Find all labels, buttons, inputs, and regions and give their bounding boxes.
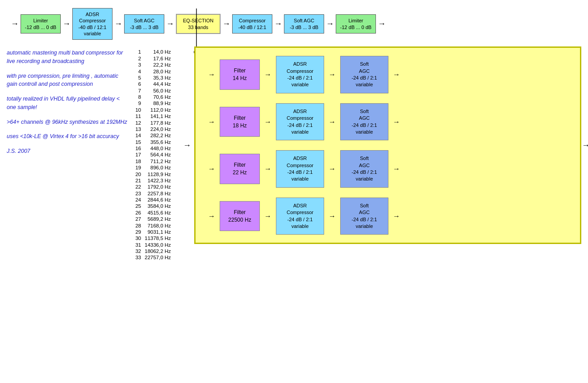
freq-val: 1792,0 Hz (143, 184, 173, 190)
freq-num: 18 (132, 158, 143, 164)
freq-num: 9 (132, 100, 143, 106)
desc-vhdl: totally realized in VHDL fully pipelined… (7, 95, 127, 112)
freq-row: 870,6 Hz (132, 94, 173, 100)
freq-row: 221792,0 Hz (132, 184, 173, 190)
limiter1-box: Limiter-12 dB ... 0 dB (21, 14, 61, 34)
freq-num: 20 (132, 171, 143, 177)
input-arrow: → (183, 141, 191, 150)
freq-row: 211422,3 Hz (132, 177, 173, 184)
soft-agc-box-1: SoftAGC-24 dB / 2:1variable (340, 103, 388, 141)
freq-row: 3011378,5 Hz (132, 235, 173, 241)
desc-author: J.S. 2007 (7, 147, 127, 156)
freq-row: 322,2 Hz (132, 62, 173, 68)
freq-val: 355,6 Hz (143, 139, 173, 145)
freq-num: 29 (132, 229, 143, 235)
freq-val: 1422,3 Hz (143, 177, 173, 184)
adsr-box-3: ADSRCompressor-24 dB / 2:1variable (276, 198, 324, 235)
freq-row: 242844,6 Hz (132, 197, 173, 203)
freq-row: 14282,2 Hz (132, 132, 173, 139)
freq-row: 114,0 Hz (132, 49, 173, 55)
freq-row: 253584,0 Hz (132, 203, 173, 209)
freq-val: 2844,6 Hz (143, 197, 173, 203)
freq-val: 70,6 Hz (143, 94, 173, 100)
freq-row: 275689,2 Hz (132, 216, 173, 222)
freq-num: 10 (132, 107, 143, 113)
freq-val: 224,0 Hz (143, 126, 173, 132)
freq-val: 896,0 Hz (143, 164, 173, 171)
freq-val: 5689,2 Hz (143, 216, 173, 222)
eq-section-box-top: EQ-SECTION33 bands (176, 14, 221, 34)
freq-val: 448,0 Hz (143, 145, 173, 152)
freq-num: 26 (132, 210, 143, 216)
band-row-1: → Filter14 Hz → ADSRCompressor-24 dB / 2… (208, 56, 572, 93)
arrow-start: → (9, 19, 21, 29)
adsr-arrow-0: → (329, 71, 336, 79)
freq-num: 15 (132, 139, 143, 145)
agc-arrow-3: → (393, 212, 400, 220)
freq-num: 27 (132, 216, 143, 222)
freq-table: 114,0 Hz217,6 Hz322,2 Hz428,0 Hz535,3 Hz… (132, 49, 173, 261)
filter-box-2: Filter22 Hz (220, 154, 260, 184)
freq-row: 15355,6 Hz (132, 139, 173, 145)
freq-num: 21 (132, 177, 143, 184)
freq-val: 9031,1 Hz (143, 229, 173, 235)
freq-num: 12 (132, 119, 143, 126)
adsr-arrow-3: → (329, 212, 336, 220)
arrow2: → (113, 19, 124, 29)
freq-val: 22,2 Hz (143, 62, 173, 68)
freq-num: 11 (132, 113, 143, 119)
agc-arrow-0: → (393, 71, 400, 79)
arrow5: → (272, 19, 284, 29)
freq-val: 28,0 Hz (143, 68, 173, 74)
limiter2-box: Limiter-12 dB ... 0 dB (336, 14, 376, 34)
freq-row: 264515,6 Hz (132, 210, 173, 216)
soft-agc1-box: Soft AGC-3 dB ... 3 dB (124, 14, 164, 34)
diagram-area: → → → Filter14 Hz → ADSRCompressor-24 dB… (194, 46, 581, 261)
freq-num: 14 (132, 132, 143, 139)
freq-num: 23 (132, 190, 143, 196)
page-wrapper: → Limiter-12 dB ... 0 dB → ADSRCompresso… (0, 0, 588, 383)
freq-val: 56,0 Hz (143, 87, 173, 93)
frequency-list: 114,0 Hz217,6 Hz322,2 Hz428,0 Hz535,3 Hz… (132, 46, 190, 261)
signal-chain: → Limiter-12 dB ... 0 dB → ADSRCompresso… (0, 0, 588, 44)
arrow4: → (221, 19, 232, 29)
band-input-arrow-0: → (208, 71, 215, 79)
freq-val: 3584,0 Hz (143, 203, 173, 209)
freq-num: 25 (132, 203, 143, 209)
freq-row: 287168,0 Hz (132, 222, 173, 228)
freq-val: 2257,8 Hz (143, 190, 173, 196)
freq-row: 644,4 Hz (132, 81, 173, 87)
band-rows: → Filter14 Hz → ADSRCompressor-24 dB / 2… (208, 56, 572, 235)
freq-row: 3114336,0 Hz (132, 241, 173, 248)
freq-num: 33 (132, 254, 143, 261)
adsr-box-1: ADSRCompressor-24 dB / 2:1variable (276, 103, 324, 141)
freq-row: 16448,0 Hz (132, 145, 173, 152)
freq-num: 32 (132, 248, 143, 254)
freq-num: 2 (132, 55, 143, 62)
freq-row: 756,0 Hz (132, 87, 173, 93)
freq-val: 564,4 Hz (143, 152, 173, 158)
agc-arrow-1: → (393, 118, 400, 126)
freq-num: 5 (132, 75, 143, 81)
filter-arrow-3: → (264, 212, 271, 220)
freq-val: 1128,9 Hz (143, 171, 173, 177)
freq-val: 141,1 Hz (143, 113, 173, 119)
freq-val: 14,0 Hz (143, 49, 173, 55)
freq-num: 17 (132, 152, 143, 158)
freq-row: 299031,1 Hz (132, 229, 173, 235)
freq-num: 16 (132, 145, 143, 152)
freq-row: 428,0 Hz (132, 68, 173, 74)
freq-row: 11141,1 Hz (132, 113, 173, 119)
adsr-box-0: ADSRCompressor-24 dB / 2:1variable (276, 56, 324, 93)
main-content: automatic mastering multi band compresso… (0, 44, 588, 263)
freq-num: 6 (132, 81, 143, 87)
filter-arrow-0: → (264, 71, 271, 79)
band-input-arrow-3: → (208, 212, 215, 220)
soft-agc-box-3: SoftAGC-24 dB / 2:1variable (340, 198, 388, 235)
freq-row: 12177,8 Hz (132, 119, 173, 126)
freq-num: 1 (132, 49, 143, 55)
freq-val: 11378,5 Hz (143, 235, 173, 241)
filter-arrow-2: → (264, 165, 271, 173)
desc-mastering: automatic mastering multi band compresso… (7, 49, 127, 66)
desc-le: uses <10k-LE @ Virtex 4 for >16 bit accu… (7, 132, 127, 141)
